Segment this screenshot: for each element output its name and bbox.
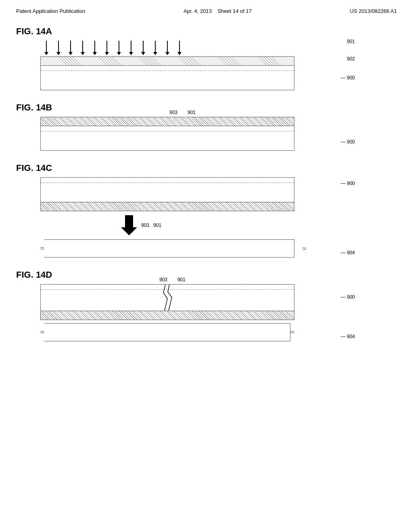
ion-implanted-layer-14a [41,57,294,66]
ref-903-14b: 903 [169,110,177,115]
ref-904-14d: — 904 [341,334,355,339]
fig14a-label: FIG. 14A [16,26,397,37]
substrate-14d [41,285,294,311]
implant-arrow [153,41,157,55]
page-header: Patent Application Publication Apr. 4, 2… [16,8,397,14]
ref-902-14a: 902 [347,56,355,62]
separated-piece-14c: ≈ ≈ [40,239,294,258]
hatched-14d [41,311,294,320]
figure-14a: FIG. 14A [16,26,397,90]
ref-901-14b: 901 [188,110,196,115]
figure-14d: FIG. 14D 903 901 — 900 [16,270,397,341]
fig14b-label: FIG. 14B [16,102,397,113]
substrate-14a [41,66,294,90]
header-left: Patent Application Publication [16,8,85,14]
svg-marker-0 [121,215,137,235]
figure-14b: FIG. 14B 903 901 ⌐ ⌐ — 900 [16,102,397,151]
ref-901-14a: 901 [347,39,355,44]
process-arrow-14c: 903 901 [121,215,323,235]
implant-arrow [93,41,97,55]
substrate-14c-top [41,178,294,202]
ref-900-14a: — 900 [341,75,355,81]
ref-904-14c: — 904 [341,250,355,256]
implant-arrow [165,41,169,55]
ref-900-14c: — 900 [341,181,355,186]
ref-900-14b: — 900 [341,139,355,145]
implant-arrow [56,41,60,55]
ref-900-14d: — 900 [341,294,355,300]
substrate-14b [41,126,294,150]
implant-arrow [81,41,85,55]
hatched-14c [41,202,294,211]
implant-arrow [129,41,133,55]
implant-arrow [141,41,145,55]
hatched-14b [41,117,294,126]
implant-arrow [177,41,181,55]
implant-arrow [69,41,73,55]
header-right: US 2013/082266 A1 [350,8,397,14]
ref-903-14d: 903 [159,277,167,283]
header-center: Apr. 4, 2013 Sheet 14 of 17 [184,8,252,14]
ref-903-14c: 903 [141,222,149,228]
implant-arrow [117,41,121,55]
fig14c-label: FIG. 14C [16,163,397,173]
separated-piece-14d: ≈ ≈ [40,323,294,341]
figure-14c: FIG. 14C — 900 903 901 [16,163,397,258]
fig14d-label: FIG. 14D [16,270,397,280]
ref-901-14c: 901 [153,222,161,228]
ref-901-14d: 901 [177,277,186,283]
implant-arrow [105,41,109,55]
implant-arrow [44,41,48,55]
patent-page: Patent Application Publication Apr. 4, 2… [0,0,413,532]
